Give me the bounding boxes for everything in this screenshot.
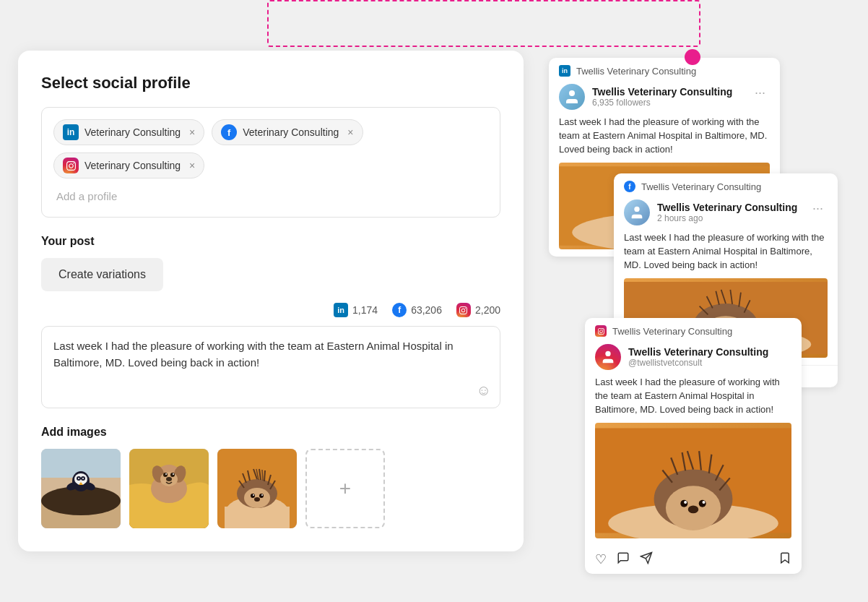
linkedin-followers: 6,935 followers [592,98,732,108]
facebook-post-text: Last week I had the pleasure of working … [624,231,828,272]
svg-point-80 [605,351,610,356]
remove-instagram-button[interactable]: × [189,160,195,171]
facebook-count-icon: f [392,303,407,317]
linkedin-profile-info: Twellis Veterinary Consulting 6,935 foll… [559,84,732,110]
linkedin-more-options[interactable]: ··· [750,84,770,102]
facebook-preview-icon: f [624,181,635,192]
profile-selector: in Veterinary Consulting × f Veterinary … [41,107,500,218]
facebook-preview-header-name: Twellis Veterinary Consulting [641,181,761,192]
svg-point-41 [259,494,264,498]
plus-icon: + [339,477,351,500]
right-panel: in Twellis Veterinary Consulting Twellis… [549,58,859,265]
linkedin-follower-count: in 1,174 [334,303,378,317]
instagram-profile-name: Veterinary Consulting [84,160,181,171]
images-row: + [41,449,500,528]
instagram-icon [63,158,79,173]
instagram-preview-image [595,423,791,538]
instagram-count-value: 2,200 [475,304,500,316]
profile-tag-facebook[interactable]: f Veterinary Consulting × [212,119,363,145]
facebook-profile-name: Twellis Veterinary Consulting [657,202,797,213]
dashed-border-rect [267,0,700,47]
instagram-bookmark-button[interactable] [778,551,791,568]
instagram-preview-header-name: Twellis Veterinary Consulting [612,326,732,337]
emoji-button[interactable]: ☺ [477,382,491,399]
remove-facebook-button[interactable]: × [347,126,353,138]
svg-point-20 [163,473,168,477]
svg-point-94 [699,499,706,507]
instagram-preview-card: Twellis Veterinary Consulting Twellis Ve… [585,318,802,574]
post-textarea-wrapper[interactable]: Last week I had the pleasure of working … [41,326,500,408]
instagram-preview-header: Twellis Veterinary Consulting [585,318,802,344]
linkedin-preview-header-name: Twellis Veterinary Consulting [576,66,696,77]
facebook-avatar [624,199,650,225]
svg-point-44 [254,497,260,502]
instagram-comment-button[interactable] [617,551,630,568]
instagram-preview-icon [595,325,607,337]
svg-point-42 [253,494,254,496]
create-variations-button[interactable]: Create variations [41,258,163,291]
pink-dot-indicator [685,49,700,65]
post-text[interactable]: Last week I had the pleasure of working … [53,338,488,396]
image-thumb-3[interactable] [217,449,297,528]
svg-point-40 [251,494,255,498]
svg-point-22 [165,473,167,475]
linkedin-profile-name: Twellis Veterinary Consulting [592,86,732,98]
svg-point-43 [261,494,263,496]
instagram-action-bar: ♡ [585,546,802,574]
svg-point-93 [680,499,687,507]
facebook-profile-details: Twellis Veterinary Consulting 2 hours ag… [657,202,797,223]
linkedin-profile-name: Veterinary Consulting [84,126,181,138]
image-thumb-1[interactable] [41,449,121,528]
instagram-profile-name: Twellis Veterinary Consulting [628,346,768,358]
image-thumb-2[interactable] [129,449,209,528]
facebook-profile-info: Twellis Veterinary Consulting 2 hours ag… [624,199,797,225]
profile-tag-linkedin[interactable]: in Veterinary Consulting × [53,119,204,145]
instagram-profile-details: Twellis Veterinary Consulting @twellistv… [628,346,768,368]
instagram-avatar [595,344,621,370]
svg-point-63 [634,207,639,212]
add-image-button[interactable]: + [305,449,385,528]
panel-title: Select social profile [41,74,500,93]
add-images-label: Add images [41,426,500,439]
linkedin-preview-header: in Twellis Veterinary Consulting [549,58,780,84]
facebook-time-ago: 2 hours ago [657,213,797,223]
facebook-icon: f [221,124,237,140]
linkedin-profile-details: Twellis Veterinary Consulting 6,935 foll… [592,86,732,108]
svg-line-38 [262,470,263,481]
instagram-preview-body: Twellis Veterinary Consulting @twellistv… [585,344,802,546]
instagram-left-actions: ♡ [595,551,653,568]
instagram-profile-row: Twellis Veterinary Consulting @twellistv… [595,344,791,370]
linkedin-post-text: Last week I had the pleasure of working … [559,116,770,157]
svg-point-97 [688,505,699,513]
facebook-more-options[interactable]: ··· [808,199,828,218]
linkedin-icon: in [63,124,79,140]
svg-line-31 [264,470,265,481]
linkedin-preview-icon: in [559,65,570,77]
linkedin-count-icon: in [334,303,348,317]
svg-point-96 [703,500,706,503]
instagram-count-icon [456,303,471,317]
instagram-heart-button[interactable]: ♡ [595,551,607,568]
instagram-follower-count: 2,200 [456,303,500,317]
facebook-follower-count: f 63,206 [392,303,442,317]
facebook-count-value: 63,206 [411,304,442,316]
profile-tag-instagram[interactable]: Veterinary Consulting × [53,152,204,179]
instagram-handle: @twellistvetconsult [628,358,768,368]
facebook-profile-name: Veterinary Consulting [243,126,339,138]
linkedin-avatar [559,84,585,110]
linkedin-count-value: 1,174 [352,304,378,316]
svg-rect-27 [225,507,290,528]
svg-point-9 [82,478,84,479]
facebook-preview-header: f Twellis Veterinary Consulting [614,173,838,199]
svg-point-95 [684,500,687,503]
remove-linkedin-button[interactable]: × [189,126,195,138]
instagram-share-button[interactable] [640,551,653,568]
profile-tags: in Veterinary Consulting × f Veterinary … [53,119,488,179]
svg-point-21 [170,473,175,477]
instagram-post-text: Last week I had the pleasure of working … [595,376,791,417]
svg-point-24 [166,477,172,481]
left-panel: Select social profile in Veterinary Cons… [18,51,524,551]
instagram-preview-container: Twellis Veterinary Consulting Twellis Ve… [585,318,802,582]
svg-point-23 [173,473,174,475]
add-profile-input[interactable]: Add a profile [53,187,488,205]
